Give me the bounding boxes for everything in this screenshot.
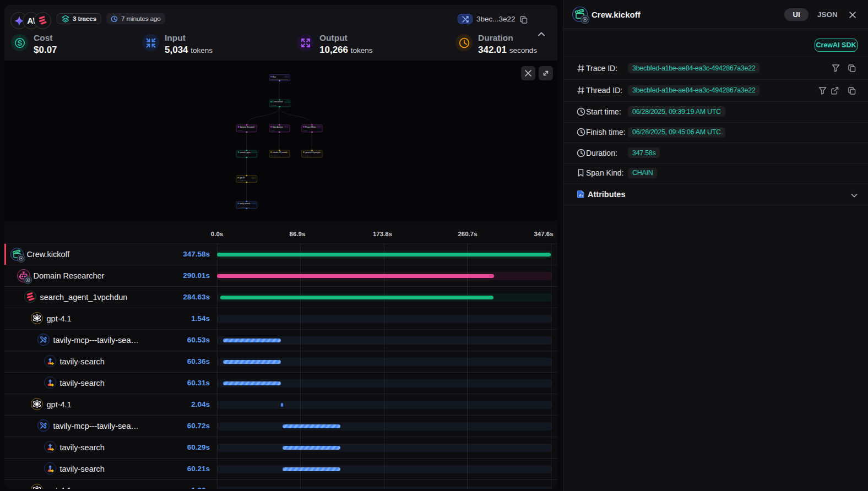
svg-text:search_agen...: search_agen...	[240, 151, 252, 154]
svg-text:⏱ 24s: ⏱ 24s	[303, 130, 307, 132]
svg-text:task started: task started	[285, 101, 292, 102]
svg-text:llm: llm	[252, 177, 254, 178]
svg-text:meta.ai.v2.10ms-trace-kernel: meta.ai.v2.10ms-trace-kernel	[270, 79, 289, 80]
svg-text:llm: llm	[285, 151, 286, 152]
svg-text:agent: agent	[285, 126, 288, 127]
svg-text:⏱ 22s ■ 6k tok: ⏱ 22s ■ 6k tok	[303, 155, 312, 157]
svg-text:⏱ 290s: ⏱ 290s	[238, 130, 243, 132]
svg-text:agent: agent	[252, 126, 256, 127]
svg-text:Run: Run	[273, 76, 276, 78]
svg-text:Data Analyst: Data Analyst	[273, 126, 283, 128]
svg-text:task started: task started	[252, 151, 259, 152]
svg-text:retriever: retriever	[252, 203, 257, 204]
svg-text:agent: agent	[317, 126, 321, 127]
svg-text:⏱ 26s ■ 8.2k tok: ⏱ 26s ■ 8.2k tok	[270, 155, 281, 157]
svg-text:tavily-search: tavily-search	[240, 203, 250, 205]
svg-text:gpt-4.1: gpt-4.1	[240, 177, 245, 179]
svg-text:⏱ 1.5s ■ 2k tok: ⏱ 1.5s ■ 2k tok	[237, 180, 247, 182]
svg-text:Crew.kickoff: Crew.kickoff	[273, 101, 283, 103]
svg-text:llm: llm	[317, 151, 319, 152]
svg-text:⏱ 28s: ⏱ 28s	[270, 130, 274, 132]
svg-text:⏱ 60.3s ■ searched: ⏱ 60.3s ■ searched	[237, 206, 250, 208]
svg-text:⏱ 347.5s: ⏱ 347.5s	[270, 105, 276, 106]
svg-text:Report Writer: Report Writer	[305, 126, 317, 128]
svg-text:gpt-4.1 ⏱ 284.63s: gpt-4.1 ⏱ 284.63s	[238, 155, 249, 157]
